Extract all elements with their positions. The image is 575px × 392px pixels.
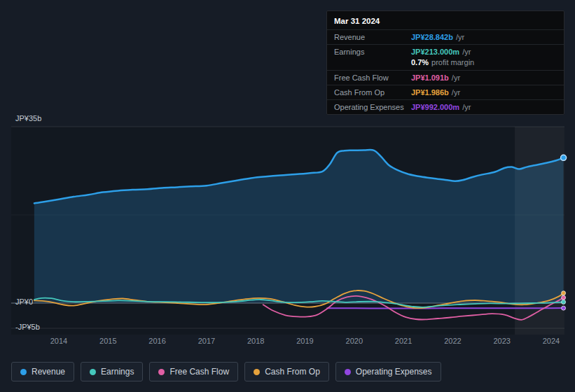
x-axis-label: 2020 xyxy=(346,337,363,345)
legend-item-revenue[interactable]: Revenue xyxy=(11,362,74,382)
x-axis-label: 2016 xyxy=(148,337,165,345)
tooltip-date-header: Mar 31 2024 xyxy=(327,11,564,29)
cash_from_op-legend-dot-icon xyxy=(254,369,260,375)
tooltip-row-unit: /yr xyxy=(462,48,471,56)
tooltip-profit-margin-row: 0.7%profit margin xyxy=(327,58,564,70)
x-axis-label: 2015 xyxy=(99,337,116,345)
tooltip-row-value: JP¥992.000m/yr xyxy=(411,103,471,111)
x-axis-label: 2023 xyxy=(493,337,510,345)
legend-item-label: Revenue xyxy=(32,367,65,377)
profit-margin-value: 0.7%profit margin xyxy=(411,58,474,66)
legend-item-label: Cash From Op xyxy=(265,367,320,377)
tooltip-row-value: JP¥213.000m/yr xyxy=(411,48,471,56)
tooltip-row-unit: /yr xyxy=(452,74,460,82)
legend-item-free_cash_flow[interactable]: Free Cash Flow xyxy=(149,362,238,382)
y-axis-label: JP¥35b xyxy=(15,114,41,122)
chart-tooltip: Mar 31 2024 RevenueJP¥28.842b/yrEarnings… xyxy=(326,10,564,115)
chart-legend: RevenueEarningsFree Cash FlowCash From O… xyxy=(11,362,441,382)
tooltip-row-value: JP¥1.091b/yr xyxy=(411,74,460,82)
x-axis-label: 2017 xyxy=(198,337,215,345)
tooltip-row-earnings: EarningsJP¥213.000m/yr xyxy=(327,44,564,59)
free_cash_flow-endpoint-dot xyxy=(562,295,566,300)
tooltip-row-label: Cash From Op xyxy=(334,88,411,97)
revenue-endpoint-dot xyxy=(561,155,567,160)
free_cash_flow-legend-dot-icon xyxy=(158,369,165,375)
tooltip-row-unit: /yr xyxy=(462,103,471,111)
y-axis-label: -JP¥5b xyxy=(15,323,40,331)
tooltip-row-unit: /yr xyxy=(456,33,464,41)
profit-margin-label: profit margin xyxy=(431,58,474,66)
tooltip-rows: RevenueJP¥28.842b/yrEarningsJP¥213.000m/… xyxy=(327,29,564,114)
x-axis-label: 2019 xyxy=(296,337,313,345)
operating_expenses-endpoint-dot xyxy=(562,306,566,310)
legend-item-label: Earnings xyxy=(101,367,134,377)
legend-item-label: Free Cash Flow xyxy=(169,367,229,377)
earnings-legend-dot-icon xyxy=(90,369,96,375)
legend-item-operating_expenses[interactable]: Operating Expenses xyxy=(335,362,441,382)
tooltip-row-label: Operating Expenses xyxy=(334,103,411,111)
tooltip-row-value: JP¥28.842b/yr xyxy=(411,33,464,41)
tooltip-row-label: Free Cash Flow xyxy=(334,74,411,82)
y-axis-label: JP¥0 xyxy=(15,298,33,306)
x-axis-label: 2018 xyxy=(247,337,264,345)
x-axis-label: 2014 xyxy=(50,337,67,345)
earnings-endpoint-dot xyxy=(562,300,566,304)
revenue-legend-dot-icon xyxy=(20,369,27,375)
legend-item-earnings[interactable]: Earnings xyxy=(81,362,143,382)
x-axis-label: 2022 xyxy=(444,337,461,345)
tooltip-row-free_cash_flow: Free Cash FlowJP¥1.091b/yr xyxy=(327,70,564,85)
x-axis-label: 2021 xyxy=(395,337,412,345)
tooltip-row-value: JP¥1.986b/yr xyxy=(411,88,460,97)
tooltip-row-revenue: RevenueJP¥28.842b/yr xyxy=(327,29,564,44)
tooltip-row-cash_from_op: Cash From OpJP¥1.986b/yr xyxy=(327,85,564,99)
financial-history-chart-page: Mar 31 2024 RevenueJP¥28.842b/yrEarnings… xyxy=(0,0,575,392)
legend-item-label: Operating Expenses xyxy=(356,367,432,377)
x-axis-label: 2024 xyxy=(543,337,560,345)
tooltip-row-unit: /yr xyxy=(452,88,460,97)
legend-item-cash_from_op[interactable]: Cash From Op xyxy=(244,362,329,382)
chart-canvas[interactable]: JP¥35bJP¥0-JP¥5b201420152016201720182019… xyxy=(0,112,575,354)
operating_expenses-line xyxy=(327,308,563,309)
operating_expenses-legend-dot-icon xyxy=(345,369,351,375)
cash_from_op-endpoint-dot xyxy=(562,291,566,295)
tooltip-row-operating_expenses: Operating ExpensesJP¥992.000m/yr xyxy=(327,99,564,114)
tooltip-row-label: Revenue xyxy=(334,33,411,41)
tooltip-row-label: Earnings xyxy=(334,48,411,56)
